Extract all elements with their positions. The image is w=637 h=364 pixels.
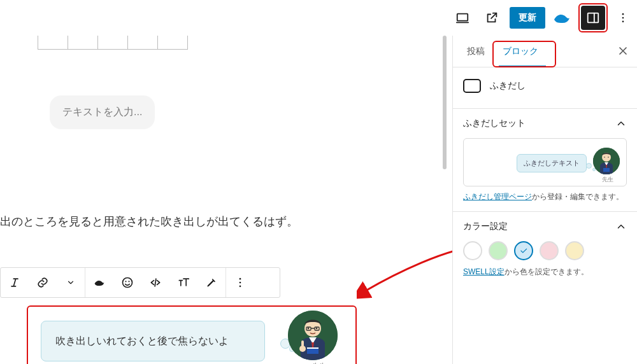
editor-scrollbar[interactable] <box>443 36 447 169</box>
update-button[interactable]: 更新 <box>510 7 545 29</box>
svg-point-6 <box>125 281 126 282</box>
close-sidebar-button[interactable] <box>617 45 629 59</box>
section-header-color[interactable]: カラー設定 <box>453 212 637 241</box>
chevron-up-icon <box>615 118 627 129</box>
external-link-button[interactable] <box>480 6 503 29</box>
block-type-name: ふきだし <box>490 80 526 92</box>
speech-bubble-block-icon <box>463 79 481 93</box>
italic-button[interactable] <box>1 267 29 298</box>
settings-sidebar: 投稿 ブロック ふきだし ふきだしセット ふきだしテキスト <box>452 36 637 364</box>
editor-canvas: テキストを入力... 出のところを見ると用意された吹き出しが出てくるはず。 <box>0 36 440 364</box>
bubble-set-preview[interactable]: ふきだしテキスト 先生 <box>463 138 627 186</box>
more-rich-text-dropdown[interactable] <box>57 267 85 298</box>
more-menu-button[interactable] <box>614 6 632 29</box>
color-swatch-green[interactable] <box>489 241 508 260</box>
svg-rect-18 <box>307 347 318 349</box>
table-row <box>38 36 188 50</box>
svg-point-9 <box>240 282 241 284</box>
svg-point-3 <box>622 17 624 19</box>
device-view-button[interactable] <box>451 6 474 29</box>
speech-bubble-text[interactable]: 吹き出しいれておくと後で焦らないよ <box>41 321 265 361</box>
settings-panel-toggle[interactable] <box>581 6 605 30</box>
tab-post[interactable]: 投稿 <box>458 36 494 67</box>
color-swatch-yellow[interactable] <box>565 241 584 260</box>
speaker-avatar[interactable] <box>288 311 338 360</box>
section-title: ふきだしセット <box>463 118 526 129</box>
preview-avatar <box>593 148 620 174</box>
svg-point-5 <box>123 278 132 288</box>
svg-point-7 <box>128 281 129 282</box>
section-header-bubble-set[interactable]: ふきだしセット <box>453 109 637 138</box>
svg-point-2 <box>622 13 624 15</box>
color-swatch-white[interactable] <box>463 241 482 260</box>
preview-avatar-name: 先生 <box>602 176 613 184</box>
svg-rect-1 <box>588 13 599 23</box>
selected-block-highlight: 吹き出しいれておくと後で焦らないよ <box>27 305 357 364</box>
highlight-button[interactable] <box>197 267 225 298</box>
svg-point-23 <box>608 157 609 158</box>
swell-settings-link[interactable]: SWELL設定 <box>463 267 505 276</box>
link-button[interactable] <box>29 267 57 298</box>
bubble-manage-note: から登録・編集できます。 <box>532 192 624 201</box>
font-size-button[interactable] <box>169 267 197 298</box>
settings-panel-toggle-highlight <box>578 3 608 32</box>
bubble-manage-link[interactable]: ふきだし管理ページ <box>463 192 532 201</box>
section-title: カラー設定 <box>463 221 508 232</box>
sidebar-tabs: 投稿 ブロック <box>453 36 637 67</box>
svg-point-15 <box>308 328 310 330</box>
svg-point-8 <box>240 278 241 280</box>
color-swatch-red[interactable] <box>540 241 559 260</box>
speaker-name-label[interactable]: 先生 <box>312 361 326 364</box>
emoji-button[interactable] <box>113 267 141 298</box>
swell-format-button[interactable] <box>85 267 113 298</box>
preview-bubble-text: ふきだしテキスト <box>517 154 587 172</box>
tab-block-highlight <box>492 41 556 67</box>
color-swatch-blue[interactable] <box>514 241 533 260</box>
svg-point-10 <box>240 286 241 288</box>
svg-point-4 <box>622 21 624 23</box>
svg-point-16 <box>316 328 318 330</box>
swell-settings-note: から色を設定できます。 <box>505 267 589 276</box>
block-more-button[interactable] <box>226 267 254 298</box>
code-button[interactable] <box>141 267 169 298</box>
chevron-up-icon <box>615 221 627 232</box>
svg-rect-24 <box>603 168 610 172</box>
svg-point-22 <box>604 157 605 158</box>
color-swatches <box>453 241 637 267</box>
paragraph-text[interactable]: 出のところを見ると用意された吹き出しが出てくるはず。 <box>0 214 298 229</box>
block-toolbar <box>0 267 280 298</box>
swell-logo-icon[interactable] <box>552 6 572 29</box>
svg-rect-0 <box>457 14 468 21</box>
speech-bubble-placeholder[interactable]: テキストを入力... <box>50 95 155 129</box>
block-type-header: ふきだし <box>453 67 637 108</box>
